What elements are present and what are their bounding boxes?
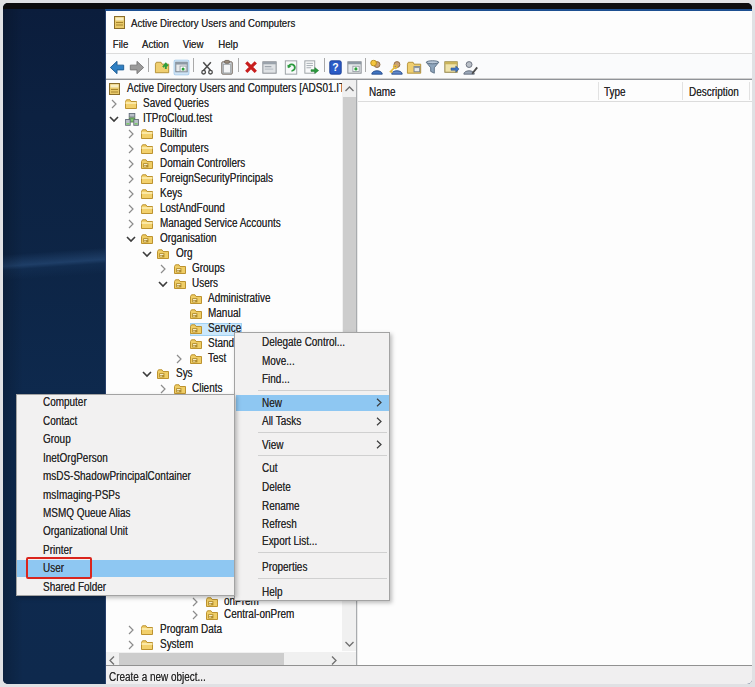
svg-text:?: ?: [332, 62, 338, 73]
